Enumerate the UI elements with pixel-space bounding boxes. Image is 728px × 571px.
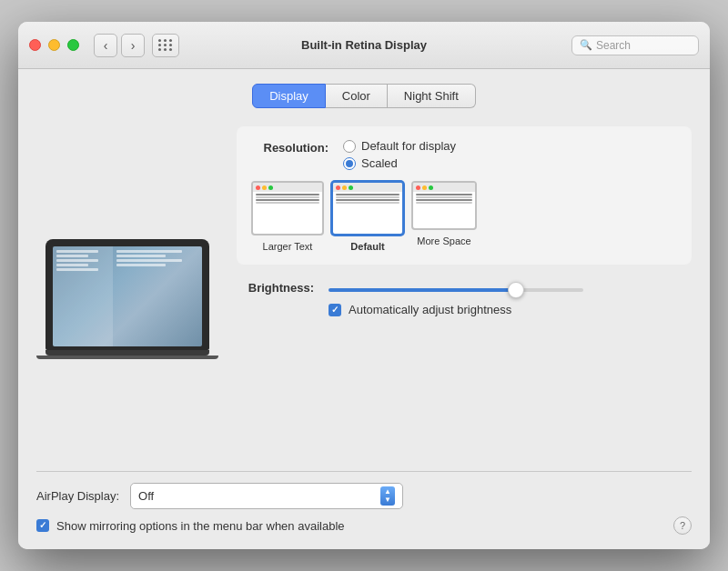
tab-night-shift[interactable]: Night Shift [388, 84, 476, 108]
main-panel: Resolution: Default for display Scaled [36, 126, 692, 471]
brightness-label: Brightness: [237, 281, 314, 295]
dot-yellow [262, 185, 267, 190]
mirroring-checkbox[interactable]: ✓ [36, 519, 49, 532]
close-button[interactable] [29, 39, 41, 51]
auto-brightness-row: ✓ Automatically adjust brightness [237, 303, 692, 316]
dot-red [416, 185, 420, 190]
settings-panel: Resolution: Default for display Scaled [237, 126, 692, 471]
screen-text-line [56, 268, 98, 271]
brightness-row: Brightness: [237, 279, 692, 296]
resolution-label: Resolution: [251, 141, 329, 155]
thumb-content [253, 192, 322, 234]
brightness-slider[interactable] [329, 288, 583, 292]
dot-yellow [422, 185, 427, 190]
screen-frame [46, 239, 209, 350]
bottom-section: AirPlay Display: Off ▲ ▼ ✓ Show mirrorin… [36, 471, 692, 535]
airplay-label: AirPlay Display: [36, 489, 119, 503]
scale-card-default[interactable]: Default [331, 181, 404, 252]
airplay-select[interactable]: Off ▲ ▼ [130, 483, 403, 509]
tab-bar: Display Color Night Shift [36, 84, 692, 108]
resolution-row: Resolution: Default for display Scaled [251, 139, 677, 170]
scale-thumbnail-default [331, 181, 404, 235]
screen-text-line [116, 255, 166, 257]
laptop-preview [36, 126, 218, 471]
screen-text-line [116, 264, 166, 266]
laptop-bottom [36, 356, 218, 359]
help-button[interactable]: ? [673, 516, 692, 535]
dot-red [336, 185, 340, 190]
dot-red [256, 185, 260, 190]
dot-green [429, 185, 433, 190]
question-mark-icon: ? [680, 520, 685, 531]
chevron-right-icon: › [131, 38, 136, 53]
scale-label-default: Default [350, 241, 384, 252]
tab-color[interactable]: Color [326, 84, 388, 108]
dot-green [349, 185, 353, 190]
mirroring-row: ✓ Show mirroring options in the menu bar… [36, 516, 692, 535]
thumb-line [416, 199, 472, 201]
auto-brightness-label: Automatically adjust brightness [349, 303, 511, 316]
tab-display[interactable]: Display [252, 84, 326, 108]
screen-text-line [56, 250, 98, 253]
thumb-line [416, 196, 472, 198]
dot-green [268, 185, 273, 190]
check-icon: ✓ [39, 521, 46, 530]
resolution-options: Default for display Scaled [343, 139, 456, 170]
grid-icon [158, 39, 173, 51]
laptop-image [46, 239, 209, 359]
arrow-up-icon: ▲ [384, 488, 391, 496]
thumb-line [416, 202, 472, 204]
resolution-section: Resolution: Default for display Scaled [237, 126, 692, 265]
auto-brightness-checkbox[interactable]: ✓ [329, 304, 341, 316]
screen-sidebar [53, 246, 113, 346]
thumb-bar [253, 183, 322, 192]
thumb-line [336, 199, 399, 201]
chevron-left-icon: ‹ [104, 38, 108, 53]
brightness-section: Brightness: ✓ Automatically adjust brigh… [237, 279, 692, 316]
maximize-button[interactable] [67, 39, 79, 51]
forward-button[interactable]: › [121, 34, 145, 57]
thumb-content [333, 192, 402, 234]
radio-default[interactable]: Default for display [343, 139, 456, 153]
thumb-line [256, 202, 319, 204]
scale-label-larger: Larger Text [263, 241, 313, 252]
radio-scaled[interactable]: Scaled [343, 156, 456, 170]
thumb-bar [413, 183, 475, 192]
brightness-slider-container [329, 279, 583, 296]
screen-text-line [56, 255, 88, 257]
dot-yellow [342, 185, 347, 190]
radio-circle-scaled [343, 157, 356, 170]
scale-card-more-space[interactable]: More Space [411, 181, 477, 252]
thumb-line [336, 202, 399, 204]
thumb-content [413, 192, 475, 228]
thumb-line [256, 194, 319, 195]
screen-text-line [56, 264, 88, 266]
laptop-screen [53, 246, 202, 346]
scale-options: Larger Text [251, 181, 677, 252]
thumb-line [336, 196, 399, 198]
scale-card-larger[interactable]: Larger Text [251, 181, 324, 252]
back-button[interactable]: ‹ [94, 34, 117, 57]
check-icon: ✓ [331, 306, 339, 315]
laptop-base [46, 350, 209, 356]
screen-main-area [113, 246, 202, 346]
minimize-button[interactable] [48, 39, 60, 51]
screen-text-line [116, 250, 182, 253]
nav-buttons: ‹ › [94, 34, 145, 57]
radio-default-label: Default for display [361, 139, 456, 153]
search-bar[interactable]: 🔍 Search [571, 35, 699, 55]
scale-thumbnail-larger [251, 181, 324, 235]
screen-text-line [116, 259, 182, 262]
screen-content [53, 246, 202, 346]
grid-button[interactable] [152, 34, 179, 57]
mirroring-label: Show mirroring options in the menu bar w… [56, 519, 345, 533]
thumb-bar [333, 183, 402, 192]
radio-circle-default [343, 140, 356, 153]
search-placeholder: Search [596, 39, 631, 52]
scale-label-more-space: More Space [417, 235, 470, 246]
search-icon: 🔍 [580, 39, 592, 51]
airplay-select-value: Off [138, 489, 380, 503]
scale-thumbnail-more-space [411, 181, 477, 230]
thumb-line [416, 194, 472, 195]
thumb-line [256, 199, 319, 201]
